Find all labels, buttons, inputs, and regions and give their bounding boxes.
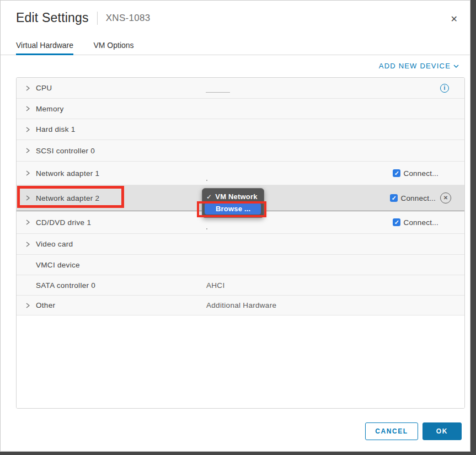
connect-control: ✓ Connect... ✕ (390, 192, 451, 204)
row-label: CPU (36, 84, 52, 92)
row-value: Additional Hardware (206, 301, 276, 309)
connect-label: Connect... (400, 194, 436, 202)
network-select-dropdown: ✓ VM Network Browse ... (202, 188, 264, 218)
tab-label: Virtual Hardware (16, 41, 73, 50)
row-label: SCSI controller 0 (36, 147, 95, 155)
connect-label: Connect... (403, 169, 438, 178)
dialog-footer: CANCEL OK (365, 422, 462, 440)
row-value: AHCI (206, 281, 224, 290)
connect-control: ✓ Connect... (393, 218, 438, 227)
chevron-right-icon[interactable] (26, 170, 31, 176)
connect-checkbox[interactable]: ✓ (393, 169, 400, 177)
chevron-right-icon[interactable] (26, 127, 31, 132)
hw-row-other[interactable]: Other Additional Hardware (17, 296, 464, 315)
row-label: Video card (36, 240, 73, 248)
tab-label: VM Options (93, 41, 133, 50)
chevron-right-icon[interactable] (26, 303, 31, 308)
check-icon: ✓ (206, 193, 212, 201)
hw-row-cpu[interactable]: CPU i (17, 78, 464, 99)
info-icon[interactable]: i (440, 84, 449, 93)
connect-checkbox[interactable]: ✓ (390, 194, 398, 202)
dialog-header: Edit Settings XNS-1083 (16, 10, 454, 25)
tab-bar: Virtual Hardware VM Options (1, 40, 470, 55)
chevron-right-icon[interactable] (26, 85, 31, 91)
row-label: VMCI device (36, 261, 80, 269)
row-label: Memory (36, 105, 64, 113)
list-empty-area (17, 315, 464, 408)
chevron-down-icon (453, 65, 459, 68)
chevron-right-icon[interactable] (26, 242, 31, 247)
add-new-device-label: ADD NEW DEVICE (379, 62, 451, 70)
artifact-dot (206, 180, 207, 181)
hw-row-vmci-device[interactable]: VMCI device (17, 255, 464, 275)
chevron-right-icon[interactable] (26, 106, 31, 111)
dropdown-item-label: Browse ... (216, 205, 250, 213)
dialog-title: Edit Settings (16, 10, 89, 25)
hw-row-memory[interactable]: Memory (17, 99, 464, 119)
hw-row-hard-disk-1[interactable]: Hard disk 1 (17, 119, 464, 140)
row-label: Other (36, 301, 55, 309)
connect-checkbox[interactable]: ✓ (393, 218, 400, 226)
dropdown-item-browse[interactable]: Browse ... (205, 203, 261, 215)
hw-row-network-adapter-1[interactable]: Network adapter 1 ✓ Connect... (17, 162, 464, 185)
vm-name: XNS-1083 (106, 13, 151, 24)
tab-virtual-hardware[interactable]: Virtual Hardware (16, 41, 73, 55)
chevron-right-icon[interactable] (26, 220, 31, 225)
row-label: SATA controller 0 (36, 281, 95, 290)
remove-device-icon[interactable]: ✕ (440, 192, 451, 204)
hw-row-scsi-controller-0[interactable]: SCSI controller 0 (17, 140, 464, 162)
row-label: Hard disk 1 (36, 125, 76, 133)
hw-row-sata-controller-0[interactable]: SATA controller 0 AHCI (17, 275, 464, 296)
close-icon[interactable]: ✕ (451, 15, 458, 24)
chevron-right-icon[interactable] (26, 195, 31, 201)
row-label: Network adapter 1 (36, 169, 99, 178)
row-label: Network adapter 2 (36, 194, 99, 202)
tab-vm-options[interactable]: VM Options (93, 41, 133, 55)
dropdown-item-vm-network[interactable]: ✓ VM Network (202, 191, 264, 202)
hardware-list: CPU i Memory Hard disk 1 SCSI controller… (16, 77, 465, 409)
cpu-count-field-underline[interactable] (206, 92, 230, 93)
chevron-right-icon[interactable] (26, 148, 31, 153)
title-divider (97, 12, 98, 25)
row-label: CD/DVD drive 1 (36, 218, 91, 227)
active-tab-underline (16, 53, 73, 55)
dropdown-item-label: VM Network (215, 192, 257, 201)
cancel-button[interactable]: CANCEL (365, 422, 418, 440)
artifact-dot (206, 228, 207, 229)
connect-control: ✓ Connect... (393, 169, 438, 178)
hw-row-video-card[interactable]: Video card (17, 234, 464, 255)
ok-button[interactable]: OK (422, 422, 462, 440)
connect-label: Connect... (403, 218, 438, 227)
edit-settings-dialog: Edit Settings XNS-1083 ✕ Virtual Hardwar… (0, 0, 470, 452)
add-new-device-button[interactable]: ADD NEW DEVICE (379, 62, 459, 70)
